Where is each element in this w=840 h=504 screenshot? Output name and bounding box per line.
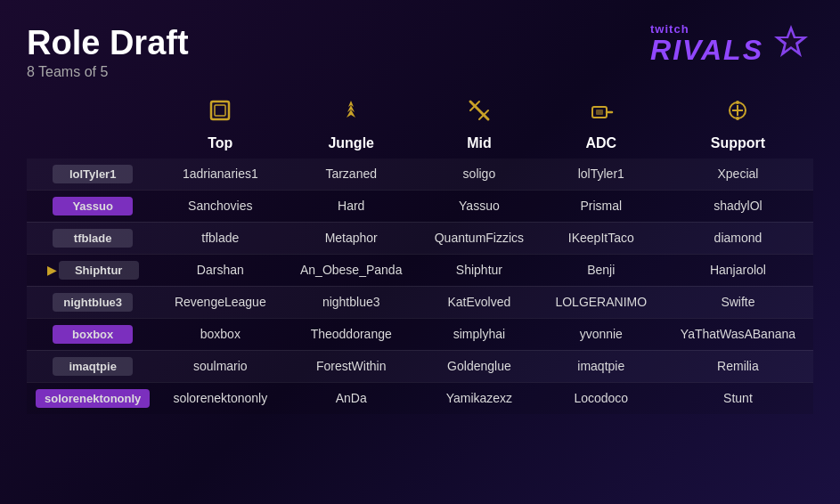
icon-row [27,98,813,132]
table-row: lolTyler11adrianaries1TarzanedsoligololT… [27,159,813,191]
mid-cell: Goldenglue [419,350,540,382]
adc-cell: Benji [540,254,663,286]
table-row: solorenektononlysolorenektononlyAnDaYami… [27,382,813,414]
jungle-cell: nightblue3 [283,286,419,318]
captain-name: imaqtpie [53,357,133,376]
support-cell: shadylOl [663,190,813,222]
support-cell: Xpecial [663,159,813,191]
mid-cell: soligo [419,159,540,191]
captain-name: Shiphtur [59,261,139,280]
captain-cell: ▶Shiphtur [27,254,157,286]
top-icon [157,98,283,128]
jungle-cell: Metaphor [283,222,419,254]
svg-rect-2 [211,102,229,119]
mid-col-header: Mid [419,132,540,159]
adc-cell: imaqtpie [540,350,663,382]
top-col-header: Top [157,132,283,159]
table-row: ▶ShiphturDarshanAn_Obese_PandaShiphturBe… [27,254,813,286]
adc-icon-header [540,98,663,132]
support-cell: Stunt [663,382,813,414]
support-col-header: Support [663,132,813,159]
svg-rect-3 [215,105,225,116]
support-cell: Hanjarolol [663,254,813,286]
support-cell: Remilia [663,350,813,382]
support-cell: Swifte [663,286,813,318]
captain-name: tfblade [53,229,133,248]
adc-cell: yvonnie [540,318,663,350]
adc-cell: Prismal [540,190,663,222]
title-block: Role Draft 8 Teams of 5 [27,25,189,80]
table-row: tfbladetfbladeMetaphorQuantumFizzicsIKee… [27,222,813,254]
adc-col-header: ADC [540,132,663,159]
rivals-logo-icon [769,20,813,65]
captain-name: boxbox [53,325,133,344]
mid-cell: simplyhai [419,318,540,350]
captain-name: lolTyler1 [53,165,133,183]
top-cell: 1adrianaries1 [157,159,283,191]
jungle-icon-header [283,98,419,132]
top-cell: soulmario [157,350,283,382]
adc-icon [540,98,663,128]
captain-col-header [27,132,157,159]
mid-cell: QuantumFizzics [419,222,540,254]
svg-point-13 [736,101,739,104]
captain-cell: imaqtpie [27,350,157,382]
adc-cell: IKeepItTaco [540,222,663,254]
support-cell: YaThatWasABanana [663,318,813,350]
page-title: Role Draft [27,25,189,62]
svg-point-14 [736,117,739,120]
top-cell: boxbox [157,318,283,350]
captain-cell: Yassuo [27,190,157,222]
adc-cell: Locodoco [540,382,663,414]
page-subtitle: 8 Teams of 5 [27,64,189,80]
mid-cell: KatEvolved [419,286,540,318]
jungle-icon [283,98,419,128]
captain-cell: lolTyler1 [27,159,157,191]
mid-cell: Yassuo [419,190,540,222]
jungle-cell: Theoddorange [283,318,419,350]
support-icon-header [663,98,813,132]
mid-cell: Shiphtur [419,254,540,286]
adc-cell: lolTyler1 [540,159,663,191]
jungle-col-header: Jungle [283,132,419,159]
table-row: imaqtpiesoulmarioForestWithinGoldengluei… [27,350,813,382]
captain-name: nightblue3 [53,293,133,312]
support-cell: diamond [663,222,813,254]
svg-rect-8 [596,110,603,115]
captain-cell: boxbox [27,318,157,350]
top-icon-header [157,98,283,132]
column-header-row: Top Jungle Mid ADC Support [27,132,813,159]
jungle-cell: AnDa [283,382,419,414]
jungle-cell: ForestWithin [283,350,419,382]
mid-icon-header [419,98,540,132]
adc-cell: LOLGERANIMO [540,286,663,318]
captain-cell: tfblade [27,222,157,254]
captain-cell: nightblue3 [27,286,157,318]
mid-icon [419,98,540,128]
svg-line-4 [470,102,488,119]
draft-table: Top Jungle Mid ADC Support lolTyler11adr… [27,98,813,414]
empty-icon-header [27,98,157,132]
table-row: YassuoSanchoviesHardYassuoPrismalshadylO… [27,190,813,222]
table-row: nightblue3RevengeLeaguenightblue3KatEvol… [27,286,813,318]
captain-name: Yassuo [53,197,133,215]
jungle-cell: Tarzaned [283,159,419,191]
top-cell: tfblade [157,222,283,254]
logo-block: twitch RIVALS [650,20,813,65]
support-icon [663,98,813,128]
jungle-cell: Hard [283,190,419,222]
rivals-label: RIVALS [650,36,763,64]
table-row: boxboxboxboxTheoddorangesimplyhaiyvonnie… [27,318,813,350]
top-cell: Darshan [157,254,283,286]
captain-cell: solorenektononly [27,382,157,414]
top-cell: Sanchovies [157,190,283,222]
top-cell: solorenektononly [157,382,283,414]
mid-cell: Yamikazexz [419,382,540,414]
top-cell: RevengeLeague [157,286,283,318]
jungle-cell: An_Obese_Panda [283,254,419,286]
page-header: Role Draft 8 Teams of 5 twitch RIVALS [27,25,813,80]
captain-name: solorenektononly [36,389,150,408]
